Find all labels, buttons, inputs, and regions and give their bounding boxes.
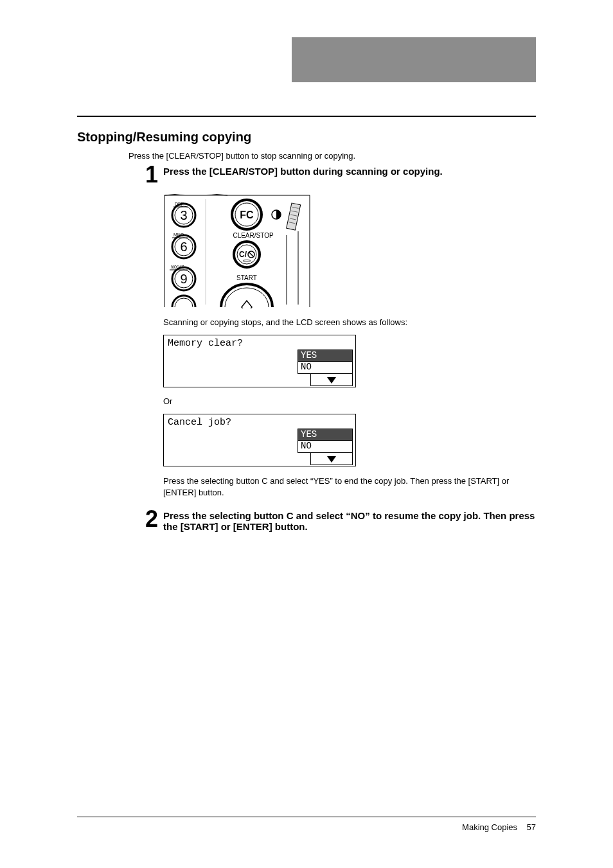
step-1-number: 1 (139, 163, 158, 186)
document-page: Stopping/Resuming copying Press the [CLE… (0, 0, 613, 868)
control-panel-illustration: DEF 3 MNO 6 WXYZ 9 FC (163, 194, 536, 311)
page-footer: Making Copies 57 (77, 817, 536, 832)
contrast-icon (272, 210, 281, 219)
lcd1-option-no: NO (298, 362, 353, 374)
header-band (292, 37, 536, 82)
caption-after-panel: Scanning or copying stops, and the LCD s… (163, 317, 536, 327)
svg-line-21 (249, 252, 254, 257)
key-9-label: 9 (180, 272, 187, 286)
lcd1-option-yes: YES (298, 350, 353, 362)
key-3-label: 3 (180, 208, 187, 222)
svg-marker-25 (327, 377, 336, 384)
clear-stop-label: CLEAR/STOP (233, 232, 273, 239)
footer-label: Making Copies (462, 822, 517, 832)
lcd1-text: Memory clear? (168, 338, 243, 349)
step-2-title: Press the selecting button C and select … (163, 510, 536, 532)
step-1: 1 Press the [CLEAR/STOP] button during s… (139, 166, 536, 186)
top-rule (77, 116, 536, 117)
lcd2-text: Cancel job? (168, 417, 231, 428)
or-text: Or (163, 396, 536, 406)
document-feed-icon (287, 203, 301, 230)
step-2: 2 Press the selecting button C and selec… (139, 510, 536, 532)
step-1-title: Press the [CLEAR/STOP] button during sca… (163, 166, 536, 177)
footer-page-number: 57 (527, 822, 536, 832)
fc-button-label: FC (240, 209, 254, 220)
lcd2-option-yes: YES (298, 429, 353, 441)
start-diamond-icon (242, 301, 252, 308)
step-2-number: 2 (139, 508, 158, 531)
key-6-label: 6 (180, 240, 187, 254)
lcd2-down-arrow (310, 453, 353, 465)
svg-point-22 (243, 260, 251, 262)
start-label: START (236, 274, 257, 281)
svg-rect-13 (287, 203, 301, 230)
svg-point-19 (234, 242, 260, 267)
post-paragraph: Press the selecting button C and select … (163, 475, 523, 499)
lcd-screen-1: Memory clear? YES NO (163, 335, 536, 387)
section-title: Stopping/Resuming copying (77, 130, 536, 145)
clear-stop-c: C/ (239, 250, 247, 259)
lcd1-down-arrow (310, 374, 353, 386)
lcd-screen-2: Cancel job? YES NO (163, 414, 536, 466)
svg-marker-26 (327, 456, 336, 463)
intro-text: Press the [CLEAR/STOP] button to stop sc… (129, 151, 536, 161)
lcd2-option-no: NO (298, 441, 353, 453)
